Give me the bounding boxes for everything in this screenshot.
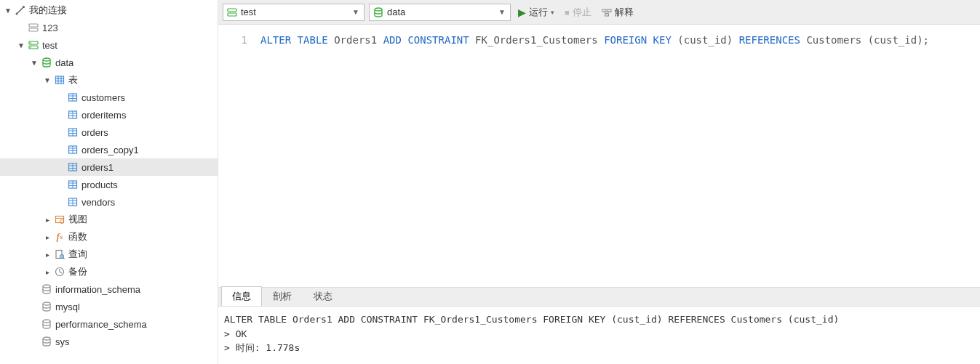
chevron-down-icon[interactable]: ▼ (3, 5, 13, 15)
svg-point-49 (43, 302, 50, 305)
tree-table-orders1[interactable]: orders1 (0, 158, 218, 176)
svg-rect-56 (607, 9, 611, 12)
table-icon (67, 179, 79, 190)
svg-rect-52 (228, 9, 236, 12)
server-icon (28, 39, 39, 51)
tree-table-customers[interactable]: customers (0, 89, 218, 106)
backup-icon (54, 266, 65, 278)
tree-connection-test[interactable]: ▼ test (0, 36, 218, 54)
server-icon (28, 22, 39, 33)
chevron-down-icon[interactable]: ▼ (497, 8, 507, 16)
chevron-down-icon[interactable]: ▼ (42, 75, 52, 85)
sql-identifier: Orders1 (334, 34, 377, 46)
tree-database-mysql[interactable]: mysql (0, 298, 218, 315)
svg-rect-8 (56, 76, 64, 84)
sql-keyword: TABLE (298, 34, 328, 46)
sql-keyword: CONSTRAINT (407, 34, 469, 46)
tree-group-backups[interactable]: ▸ 备份 (0, 263, 218, 280)
code-area[interactable]: ALTER TABLE Orders1 ADD CONSTRAINT FK_Or… (255, 25, 980, 287)
run-button[interactable]: ▶ 运行 ▾ (515, 4, 557, 21)
database-selector[interactable]: data ▼ (369, 4, 511, 21)
table-group-icon (54, 74, 65, 86)
tree-group-tables[interactable]: ▼ 表 (0, 71, 218, 89)
tree-label: mysql (55, 302, 80, 312)
line-number: 1 (218, 32, 247, 48)
tree-database-sys[interactable]: sys (0, 333, 218, 350)
play-icon: ▶ (518, 7, 526, 18)
result-line: > OK (224, 328, 247, 339)
sql-keyword: FOREIGN (604, 34, 647, 46)
tree-group-views[interactable]: ▸ 视图 (0, 211, 218, 228)
tree-label: 函数 (68, 230, 87, 243)
combo-value: data (387, 7, 497, 17)
tree-table-orders[interactable]: orders (0, 124, 218, 141)
table-icon (67, 196, 79, 208)
connection-root-icon (15, 4, 26, 16)
connection-selector[interactable]: test ▼ (223, 4, 364, 21)
tree-label: 查询 (68, 248, 87, 261)
chevron-right-icon[interactable]: ▸ (42, 214, 52, 225)
button-label: 停止 (573, 6, 591, 19)
chevron-down-icon[interactable]: ▼ (351, 8, 361, 16)
server-icon (226, 7, 238, 18)
tree-table-orders-copy1[interactable]: orders_copy1 (0, 141, 218, 158)
tree-table-orderitems[interactable]: orderitems (0, 106, 218, 124)
tree-label: data (55, 57, 73, 68)
chevron-right-icon[interactable]: ▸ (42, 267, 52, 277)
chevron-down-icon[interactable]: ▾ (551, 9, 554, 16)
tab-profile[interactable]: 剖析 (262, 286, 303, 306)
chevron-down-icon[interactable]: ▼ (16, 40, 26, 50)
explain-icon (602, 7, 612, 17)
tree-database-performance-schema[interactable]: performance_schema (0, 315, 218, 333)
svg-rect-41 (56, 217, 64, 223)
tree-label: sys (55, 336, 70, 347)
tree-label: performance_schema (55, 319, 147, 330)
tree-group-functions[interactable]: ▸ fx 函数 (0, 228, 218, 246)
database-icon (41, 57, 52, 68)
tree-label: 123 (42, 23, 58, 33)
button-label: 运行 (529, 6, 548, 19)
tree-table-vendors[interactable]: vendors (0, 193, 218, 211)
sql-punct: ( (677, 34, 683, 46)
sql-keyword: REFERENCES (739, 34, 800, 46)
line-gutter: 1 (218, 25, 255, 287)
button-label: 解释 (615, 6, 634, 19)
svg-rect-44 (56, 251, 62, 259)
combo-value: test (241, 7, 351, 17)
tree-table-products[interactable]: products (0, 176, 218, 193)
sql-keyword: ALTER (260, 34, 291, 46)
chevron-right-icon[interactable]: ▸ (42, 249, 52, 259)
tree-label: 表 (68, 73, 78, 86)
tree-database-data[interactable]: ▼ data (0, 54, 218, 71)
tree-connection-123[interactable]: ▶ 123 (0, 19, 218, 36)
sql-keyword: ADD (383, 34, 402, 46)
chevron-down-icon[interactable]: ▼ (29, 57, 39, 68)
tree-label: products (81, 179, 118, 190)
svg-point-54 (375, 8, 382, 11)
table-icon (67, 161, 79, 173)
chevron-right-icon[interactable]: ▸ (42, 232, 52, 242)
tab-status[interactable]: 状态 (303, 286, 343, 306)
sql-identifier: FK_Orders1_Customers (475, 34, 598, 46)
result-output[interactable]: ALTER TABLE Orders1 ADD CONSTRAINT FK_Or… (218, 306, 980, 364)
tree-label: orders (81, 127, 108, 138)
table-icon (67, 144, 79, 155)
result-line: ALTER TABLE Orders1 ADD CONSTRAINT FK_Or… (224, 314, 839, 325)
tree-label: information_schema (55, 284, 140, 295)
explain-button[interactable]: 解释 (599, 4, 637, 21)
svg-rect-53 (228, 13, 236, 16)
svg-point-51 (43, 337, 50, 340)
table-icon (67, 92, 79, 103)
tree-database-information-schema[interactable]: information_schema (0, 280, 218, 298)
svg-rect-1 (29, 24, 38, 27)
tree-group-queries[interactable]: ▸ 查询 (0, 246, 218, 263)
sql-editor[interactable]: 1 ALTER TABLE Orders1 ADD CONSTRAINT FK_… (218, 25, 980, 287)
svg-line-46 (63, 258, 65, 259)
tree-root-my-connections[interactable]: ▼ 我的连接 (0, 1, 218, 19)
sql-punct: ); (917, 34, 929, 46)
tree-label: 我的连接 (29, 4, 67, 17)
svg-rect-55 (602, 9, 606, 12)
tree-label: test (42, 40, 57, 51)
svg-point-50 (43, 320, 50, 323)
tab-info[interactable]: 信息 (221, 286, 262, 306)
